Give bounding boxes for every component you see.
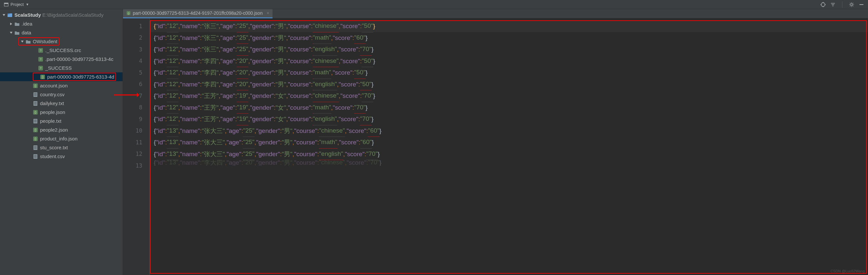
tree-node-label: student.csv [40, 153, 65, 159]
divider [842, 1, 842, 8]
arrow-spacer [28, 84, 31, 88]
code-line[interactable]: {"id":"12","name":"张三","age":"25","gende… [150, 20, 868, 32]
svg-rect-1 [4, 3, 8, 4]
chevron-down-icon[interactable] [20, 40, 24, 43]
file-icon [33, 154, 38, 159]
close-icon[interactable]: × [267, 10, 269, 16]
svg-marker-24 [10, 32, 12, 34]
tree-node-label: ._SUCCESS.crc [45, 47, 81, 53]
tree-node[interactable]: stu_score.txt [0, 143, 123, 152]
module-icon [7, 12, 12, 18]
arrow-spacer [35, 75, 39, 79]
folder-icon [14, 21, 20, 27]
code-line[interactable]: {"id":"12","name":"李四","age":"20","gende… [150, 67, 868, 78]
arrow-spacer [33, 48, 37, 53]
jsonq-icon: ? [38, 48, 43, 53]
chevron-right-icon[interactable] [9, 22, 13, 26]
svg-text:?: ? [40, 49, 41, 52]
gutter-line: 13 [123, 160, 150, 172]
editor-area: {} part-00000-30d97725-6313-4d24-9197-20… [123, 9, 868, 275]
arrow-spacer [28, 102, 31, 105]
code-line[interactable]: {"id":"12","name":"张三","age":"25","gende… [150, 32, 868, 44]
chevron-down-icon: ▼ [26, 3, 29, 6]
hide-icon[interactable] [859, 2, 864, 7]
tree-node[interactable]: people.txt [0, 116, 123, 126]
tree-node-label: country.csv [40, 92, 65, 97]
svg-marker-20 [3, 14, 5, 16]
code-line[interactable]: {"id":"13","name":"李大四","age":"20","gend… [150, 160, 868, 166]
svg-text:{}: {} [34, 84, 36, 88]
code-line[interactable]: {"id":"12","name":"张三","age":"25","gende… [150, 43, 868, 55]
json-icon: {} [33, 136, 38, 141]
tree-node[interactable]: {}people2.json [0, 126, 123, 134]
code-line[interactable]: {"id":"12","name":"王芳","age":"19","gende… [150, 113, 868, 125]
svg-rect-48 [34, 121, 37, 121]
tree-node[interactable]: .idea [0, 19, 123, 28]
editor-tab[interactable]: {} part-00000-30d97725-6313-4d24-9197-20… [123, 9, 273, 18]
tree-node[interactable]: {}product_info.json [0, 134, 123, 143]
tree-node-label: dailykey.txt [40, 101, 64, 106]
tree-node[interactable]: {}people.json [0, 108, 123, 116]
arrow-spacer [28, 128, 31, 132]
tree-node[interactable]: country.csv [0, 90, 123, 99]
file-icon [33, 118, 38, 124]
svg-rect-56 [34, 147, 37, 148]
watermark: CSDN @Luo52Wang [831, 269, 865, 273]
code-line[interactable]: {"id":"12","name":"王芳","age":"19","gende… [150, 102, 868, 113]
gutter-line: 12 [123, 148, 150, 160]
tree-node[interactable]: ?._SUCCESS.crc [0, 46, 123, 55]
chevron-down-icon[interactable] [9, 31, 13, 35]
svg-rect-37 [34, 93, 37, 94]
svg-rect-42 [34, 103, 37, 103]
svg-rect-47 [34, 120, 37, 120]
code-content[interactable]: {"id":"12","name":"张三","age":"25","gende… [150, 18, 868, 275]
svg-line-18 [853, 3, 854, 4]
gutter-line: 5 [123, 67, 150, 78]
chevron-down-icon[interactable] [2, 13, 6, 17]
code-line[interactable]: {"id":"13","name":"张大三","age":"25","gend… [150, 137, 868, 148]
json-icon: {} [33, 83, 38, 89]
gear-icon[interactable] [849, 2, 854, 7]
code-line[interactable]: {"id":"13","name":"张大三","age":"25","gend… [150, 148, 868, 160]
tree-node[interactable]: {}part-00000-30d97725-6313-4d [0, 72, 123, 81]
tree-node[interactable]: student.csv [0, 152, 123, 161]
gutter-line: 3 [123, 43, 150, 55]
svg-line-16 [853, 6, 854, 6]
arrow-spacer [28, 93, 31, 97]
tree-node[interactable]: {}account.json [0, 81, 123, 90]
json-icon: {} [40, 74, 45, 79]
svg-rect-49 [34, 122, 37, 122]
tree-node[interactable]: dailykey.txt [0, 99, 123, 108]
gutter-line: 10 [123, 125, 150, 137]
project-dropdown[interactable]: Project ▼ [1, 1, 31, 7]
svg-text:{}: {} [42, 75, 43, 78]
code-editor[interactable]: 12345678910111213 {"id":"12","name":"张三"… [123, 18, 868, 275]
file-icon [33, 101, 38, 106]
arrow-spacer [28, 119, 31, 123]
folder-icon [14, 30, 20, 35]
code-line[interactable]: {"id":"12","name":"李四","age":"20","gende… [150, 78, 868, 90]
project-sidebar: ScalaStudy E:\BigdataScala\ScalaStudy .i… [0, 9, 123, 275]
jsonq-icon: ? [38, 57, 43, 62]
collapse-icon[interactable] [830, 2, 836, 7]
target-icon[interactable] [820, 2, 826, 7]
code-line[interactable]: {"id":"12","name":"王芳","age":"19","gende… [150, 90, 868, 102]
code-line[interactable]: {"id":"13","name":"张大三","age":"25","gend… [150, 125, 868, 137]
svg-text:{}: {} [34, 111, 36, 114]
code-line[interactable]: {"id":"12","name":"李四","age":"20","gende… [150, 55, 868, 67]
file-icon [33, 145, 38, 150]
project-tree[interactable]: ScalaStudy E:\BigdataScala\ScalaStudy .i… [0, 9, 123, 275]
svg-rect-60 [34, 156, 37, 157]
tree-node[interactable]: ?_SUCCESS [0, 64, 123, 72]
arrow-spacer [33, 57, 37, 61]
gutter-line: 1 [123, 20, 150, 32]
gutter-line: 2 [123, 32, 150, 44]
tree-node[interactable]: data [0, 28, 123, 37]
tree-node[interactable]: OWstudent [0, 37, 123, 46]
gutter: 12345678910111213 [123, 18, 150, 275]
root-path: E:\BigdataScala\ScalaStudy [42, 12, 104, 18]
svg-rect-39 [34, 95, 37, 96]
svg-point-10 [850, 4, 852, 6]
tree-root[interactable]: ScalaStudy E:\BigdataScala\ScalaStudy [0, 10, 123, 19]
tree-node[interactable]: ?.part-00000-30d97725-6313-4c [0, 55, 123, 64]
